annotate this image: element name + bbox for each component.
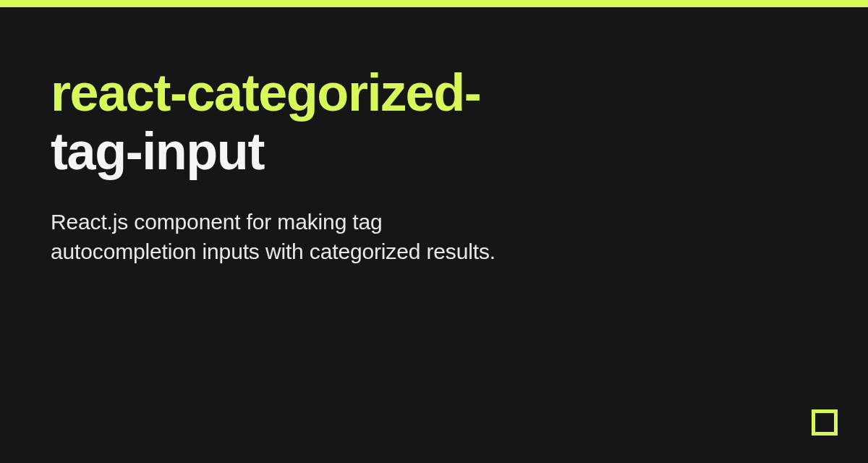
package-description: React.js component for making tag autoco… [51, 208, 499, 266]
title-rest-part: tag-input [51, 122, 264, 180]
title-highlight-part: react-categorized- [51, 64, 480, 122]
square-icon [812, 409, 838, 436]
accent-top-bar [0, 0, 868, 7]
package-title: react-categorized-tag-input [51, 64, 499, 180]
content-area: react-categorized-tag-input React.js com… [0, 7, 550, 266]
